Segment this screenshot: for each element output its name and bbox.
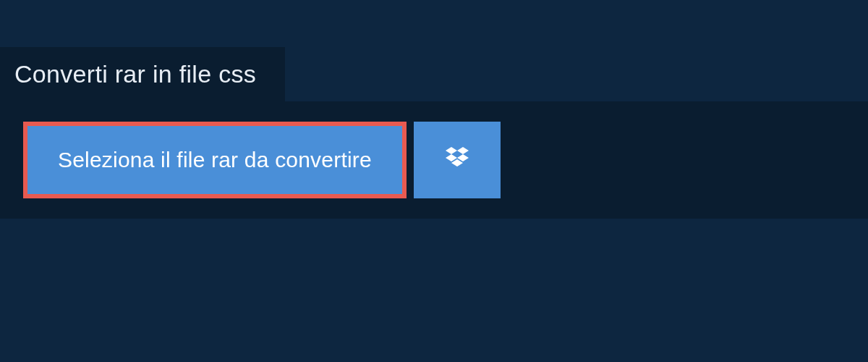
select-file-button[interactable]: Seleziona il file rar da convertire: [27, 126, 402, 194]
button-row: Seleziona il file rar da convertire: [23, 122, 868, 198]
page-title: Converti rar in file css: [0, 47, 285, 101]
dropbox-button[interactable]: [414, 122, 501, 198]
dropbox-icon: [443, 144, 472, 176]
file-select-panel: Seleziona il file rar da convertire: [0, 101, 868, 219]
select-file-highlight: Seleziona il file rar da convertire: [23, 122, 407, 198]
